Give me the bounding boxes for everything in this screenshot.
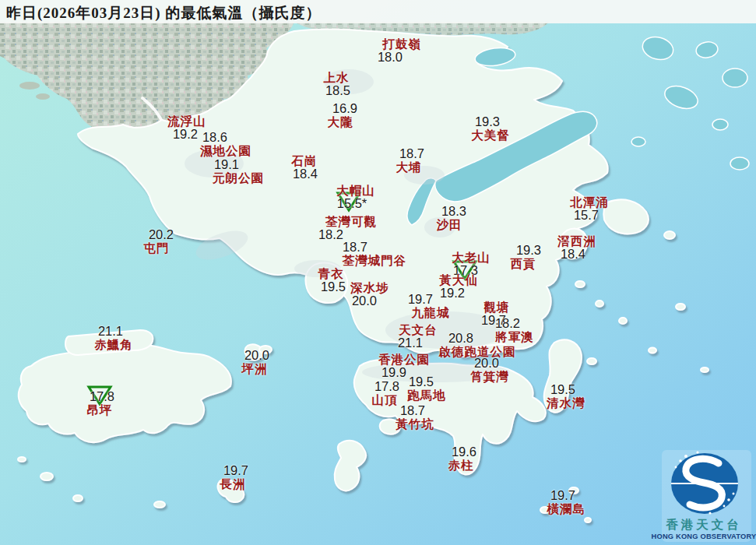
station-name: 大隴 — [328, 115, 353, 128]
station-value: 18.6 — [189, 131, 241, 144]
station-value: 19.7 — [543, 489, 582, 502]
station-value: 19.7 — [401, 293, 440, 306]
station-name: 屯門 — [144, 241, 170, 255]
station-value: 18.7 — [323, 241, 388, 254]
station-name: 黃竹坑 — [396, 417, 434, 431]
station-label: 上水18.5 — [324, 71, 350, 97]
station-name: 滘西洲 — [557, 234, 596, 248]
station-value: 18.3 — [441, 205, 467, 218]
station-value: 20.0 — [244, 349, 270, 362]
station-label: 19.7橫瀾島 — [547, 489, 585, 515]
station-value: 19.5 — [402, 375, 441, 389]
station-value: 20.0 — [345, 294, 384, 308]
station-label: 北潭涌15.7 — [570, 195, 609, 222]
station-name: 深水埗 — [350, 281, 389, 294]
station-name: 元朗公園 — [213, 171, 264, 185]
map-title: 昨日(2026年03月23日) 的最低氣溫（攝氏度） — [6, 3, 321, 23]
station-value: 17.8 — [374, 380, 400, 393]
station-value: 18.0 — [371, 51, 410, 64]
station-value: 20.2 — [149, 228, 174, 241]
station-name: 荃灣城門谷 — [343, 254, 407, 267]
station-label: 19.6赤柱 — [448, 445, 474, 472]
station-label: 20.2屯門 — [144, 228, 170, 255]
station-value: 19.6 — [452, 445, 477, 459]
station-name: 沙田 — [437, 218, 462, 231]
station-name: 赤柱 — [448, 459, 474, 472]
station-value: 19.5 — [543, 383, 582, 396]
station-name: 觀塘 — [484, 301, 510, 314]
station-label: 20.0筲箕灣 — [470, 357, 509, 383]
station-label: 19.7九龍城 — [411, 293, 450, 319]
station-name: 橫瀾島 — [547, 502, 585, 515]
station-name: 石崗 — [292, 154, 318, 167]
station-value: 19.7 — [223, 464, 249, 477]
station-label: 滘西洲18.4 — [557, 234, 596, 261]
station-label: 17.8昂坪 — [87, 390, 113, 417]
station-label: 17.8山頂 — [372, 380, 398, 406]
station-name: 大埔 — [396, 160, 422, 174]
station-value: 16.9 — [332, 102, 358, 115]
station-value: 17.8 — [90, 390, 115, 403]
station-label: 20.0坪洲 — [242, 349, 268, 375]
station-value: 19.3 — [516, 244, 542, 257]
station-label: 18.7大埔 — [396, 147, 422, 174]
station-label: 青衣19.5 — [318, 267, 344, 294]
station-label: 18.6濕地公園 — [200, 131, 251, 157]
station-label: 深水埗20.0 — [350, 281, 389, 308]
station-label: 19.1元朗公園 — [213, 158, 264, 185]
station-value: 15.7 — [567, 209, 606, 222]
station-name: 大美督 — [471, 128, 510, 142]
station-value: 18.4 — [293, 167, 318, 181]
station-name: 跑馬地 — [407, 389, 446, 402]
station-label: 大帽山15.5* — [336, 184, 375, 210]
station-value: 20.0 — [467, 357, 506, 370]
station-name: 濕地公園 — [200, 144, 251, 157]
station-name: 昂坪 — [87, 403, 113, 417]
station-value: 15.5* — [332, 197, 371, 210]
station-value: 21.1 — [91, 325, 130, 338]
station-name: 大老山 — [452, 251, 491, 264]
station-name: 青衣 — [318, 267, 344, 280]
station-label: 19.3西貢 — [511, 244, 536, 270]
station-name: 清水灣 — [547, 396, 585, 410]
station-label: 21.1赤鱲角 — [94, 325, 133, 351]
station-name: 黃大仙 — [439, 273, 478, 287]
station-label: 20.8啟德跑道公園 — [439, 332, 516, 358]
station-name: 荃灣可觀 — [325, 215, 377, 228]
station-label: 18.7黃竹坑 — [396, 404, 434, 431]
station-label: 16.9大隴 — [328, 102, 353, 128]
station-label: 19.3大美督 — [471, 115, 510, 142]
station-value: 18.5 — [325, 84, 351, 97]
station-value: 20.8 — [423, 332, 500, 345]
station-label: 打鼓嶺18.0 — [382, 37, 421, 64]
station-name: 九龍城 — [411, 306, 450, 319]
station-label: 荃灣可觀18.2 — [325, 215, 377, 241]
station-value: 18.7 — [399, 147, 425, 160]
station-value: 19.1 — [201, 158, 252, 171]
station-label: 18.7荃灣城門谷 — [343, 241, 407, 267]
station-labels-layer: 昨日(2026年03月23日) 的最低氣溫（攝氏度） 打鼓嶺18.0上水18.5… — [0, 0, 756, 545]
station-name: 大帽山 — [336, 184, 375, 197]
station-label: 石崗18.4 — [292, 154, 318, 181]
station-name: 赤鱲角 — [94, 338, 133, 351]
station-name: 上水 — [324, 71, 350, 84]
station-label: 19.5清水灣 — [547, 383, 585, 410]
station-value: 19.3 — [468, 115, 507, 128]
station-label: 18.3沙田 — [437, 205, 462, 231]
station-value: 18.4 — [554, 248, 592, 261]
station-value: 18.2 — [488, 317, 527, 330]
station-name: 西貢 — [511, 257, 536, 270]
weather-map: 香港天文台 HONG KONG OBSERVATORY 昨日(2026年03月2… — [0, 0, 756, 545]
station-label: 19.5跑馬地 — [407, 375, 446, 402]
station-name: 北潭涌 — [570, 195, 609, 209]
station-name: 流浮山 — [167, 114, 206, 128]
station-value: 19.5 — [321, 280, 346, 294]
station-name: 筲箕灣 — [470, 370, 509, 383]
station-name: 長洲 — [220, 477, 246, 490]
station-name: 香港公園 — [378, 353, 430, 366]
station-label: 19.7長洲 — [220, 464, 246, 490]
station-name: 打鼓嶺 — [382, 37, 421, 51]
station-value: 18.7 — [393, 404, 432, 417]
station-name: 坪洲 — [242, 362, 268, 375]
